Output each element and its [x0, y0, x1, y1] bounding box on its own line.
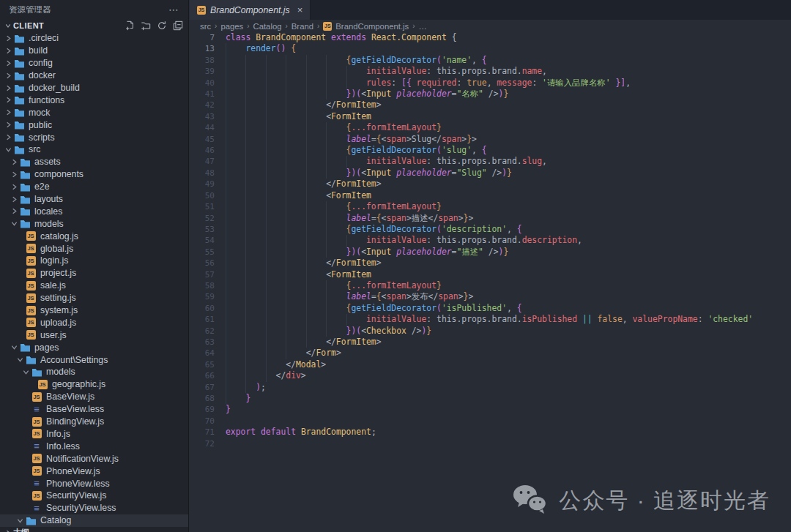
tree-item[interactable]: JSPhoneView.js [0, 465, 188, 477]
indent-guide [226, 235, 366, 246]
code-line[interactable]: 56</FormItem> [190, 258, 791, 269]
tree-item[interactable]: components [0, 168, 188, 181]
close-icon[interactable]: × [297, 5, 303, 15]
code-line[interactable]: 54initialValue: this.props.brand.descrip… [190, 235, 791, 246]
tree-item[interactable]: JSlogin.js [0, 255, 188, 267]
tree-item[interactable]: layouts [0, 193, 188, 206]
code-editor[interactable]: 7class BrandComponent extends React.Comp… [190, 32, 791, 532]
line-number: 72 [190, 438, 215, 449]
code-line[interactable]: 60{getFieldDecorator('isPublished', { [190, 303, 791, 314]
code-line[interactable]: 53{getFieldDecorator('description', { [190, 224, 791, 235]
tree-item[interactable]: models [0, 366, 188, 378]
tree-item[interactable]: Catalog [0, 514, 188, 527]
code-line[interactable]: 65</Modal> [190, 359, 791, 370]
code-line[interactable]: 66</div> [190, 370, 791, 381]
tree-item[interactable]: JSuser.js [0, 329, 188, 341]
code-line[interactable]: 62})(<Checkbox />)} [190, 326, 791, 337]
code-line[interactable]: 51{...formItemLayout} [190, 201, 791, 212]
tree-item[interactable]: JSBaseView.js [0, 391, 188, 403]
refresh-icon[interactable] [156, 20, 168, 31]
tree-item[interactable]: JSsystem.js [0, 304, 188, 317]
tree-item[interactable]: JSsetting.js [0, 292, 188, 304]
code-line[interactable]: 7class BrandComponent extends React.Comp… [190, 32, 791, 43]
code-line[interactable]: 38{getFieldDecorator('name', { [190, 55, 791, 66]
tree-item[interactable]: models [0, 217, 188, 230]
chevron-right-icon [3, 530, 13, 532]
tree-item[interactable]: docker_build [0, 82, 188, 94]
tree-item[interactable]: docker [0, 70, 188, 82]
tab-brandcomponent[interactable]: JS BrandComponent.js × [190, 0, 311, 20]
tree-item[interactable]: JSInfo.js [0, 428, 188, 441]
tree-item[interactable]: ≡BaseView.less [0, 403, 188, 416]
breadcrumb-item[interactable]: pages [220, 22, 243, 31]
tree-item[interactable]: e2e [0, 181, 188, 193]
tree-item-label: assets [34, 157, 61, 167]
tree-item[interactable]: JSSecurityView.js [0, 490, 188, 502]
code-line[interactable]: 39initialValue: this.props.brand.name, [190, 66, 791, 77]
code-line[interactable]: 70 [190, 416, 791, 427]
tree-item[interactable]: JSsale.js [0, 280, 188, 292]
code-line[interactable]: 63</FormItem> [190, 337, 791, 348]
tree-item[interactable]: JSBindingView.js [0, 416, 188, 428]
code-line[interactable]: 61initialValue: this.props.brand.isPubli… [190, 314, 791, 325]
js-file-icon: JS [25, 330, 37, 340]
tree-item[interactable]: JSNotificationView.js [0, 452, 188, 465]
tree-item[interactable]: JSglobal.js [0, 242, 188, 255]
code-line[interactable]: 72 [190, 438, 791, 449]
code-line[interactable]: 49</FormItem> [190, 179, 791, 190]
new-file-icon[interactable] [124, 20, 135, 31]
code-line[interactable]: 44{...formItemLayout} [190, 122, 791, 133]
code-line[interactable]: 41})(<Input placeholder="名称" />)} [190, 89, 791, 100]
section-outline[interactable]: 大纲 [0, 526, 189, 532]
tree-item[interactable]: .circleci [0, 32, 188, 45]
code-line[interactable]: 67); [190, 382, 791, 393]
new-folder-icon[interactable] [140, 20, 152, 31]
code-line[interactable]: 40rules: [{ required: true, message: '请输… [190, 78, 791, 89]
code-line[interactable]: 13render() { [190, 43, 791, 54]
tree-item[interactable]: JSproject.js [0, 267, 188, 280]
collapse-folders-icon[interactable] [172, 20, 184, 31]
tree-item[interactable]: ≡PhoneView.less [0, 477, 188, 490]
tree-item[interactable]: src [0, 143, 188, 156]
code-line[interactable]: 47initialValue: this.props.brand.slug, [190, 156, 791, 167]
tree-item[interactable]: locales [0, 205, 188, 217]
code-line[interactable]: 59label={<span>发布</span>}> [190, 291, 791, 302]
code-line[interactable]: 57<FormItem [190, 269, 791, 280]
code-line[interactable]: 55})(<Input placeholder="描述" />)} [190, 247, 791, 258]
tree-item[interactable]: assets [0, 156, 188, 168]
breadcrumb-item[interactable]: Brand [291, 22, 313, 31]
code-line[interactable]: 43<FormItem [190, 111, 791, 122]
tree-item[interactable]: scripts [0, 131, 188, 143]
tree-item[interactable]: public [0, 119, 188, 131]
breadcrumb-item[interactable]: BrandComponent.js [335, 22, 409, 31]
code-line[interactable]: 50<FormItem [190, 190, 791, 201]
code-line[interactable]: 64</Form> [190, 348, 791, 359]
tree-item[interactable]: ≡SecurityView.less [0, 502, 188, 514]
tree-item[interactable]: ≡Info.less [0, 440, 188, 452]
code-line[interactable]: 45label={<span>Slug</span>}> [190, 134, 791, 145]
tree-item[interactable]: JScatalog.js [0, 230, 188, 242]
tree-item[interactable]: JSupload.js [0, 316, 188, 329]
code-line[interactable]: 71export default BrandComponent; [190, 427, 791, 438]
tree-item[interactable]: config [0, 57, 188, 70]
code-line[interactable]: 58{...formItemLayout} [190, 280, 791, 291]
code-line[interactable]: 48})(<Input placeholder="Slug" />)} [190, 168, 791, 179]
more-actions-icon[interactable]: ⋯ [168, 4, 179, 15]
tree-item[interactable]: Account\Settings [0, 353, 188, 366]
code-line[interactable]: 69} [190, 404, 791, 415]
tree-item[interactable]: build [0, 45, 188, 57]
breadcrumb-item[interactable]: Catalog [253, 22, 282, 31]
section-client[interactable]: CLIENT [0, 19, 188, 32]
code-line[interactable]: 46{getFieldDecorator('slug', { [190, 145, 791, 156]
tree-item[interactable]: functions [0, 94, 188, 106]
breadcrumb-item[interactable]: src [200, 22, 211, 31]
tree-item[interactable]: mock [0, 106, 188, 119]
tree-item[interactable]: pages [0, 341, 188, 353]
line-number: 49 [190, 179, 215, 190]
breadcrumb-item[interactable]: … [419, 22, 427, 31]
code-line[interactable]: 42</FormItem> [190, 100, 791, 110]
chevron-right-icon [3, 134, 13, 141]
tree-item[interactable]: JSgeographic.js [0, 378, 188, 391]
code-line[interactable]: 68} [190, 393, 791, 404]
code-line[interactable]: 52label={<span>描述</span>}> [190, 213, 791, 224]
